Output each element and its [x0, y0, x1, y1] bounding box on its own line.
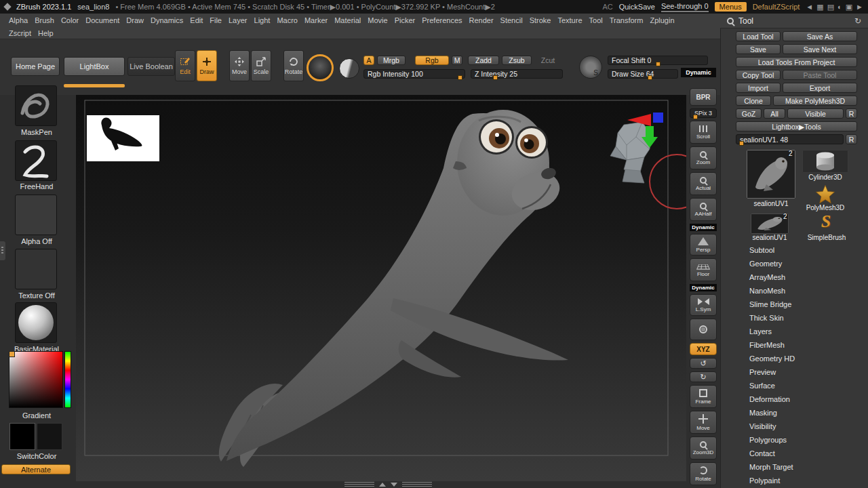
freehand-stroke-thumbnail[interactable] [15, 140, 57, 181]
load-tool-button[interactable]: Load Tool [736, 31, 781, 41]
make-polymesh3d-button[interactable]: Make PolyMesh3D [773, 96, 857, 106]
subpalette-header[interactable]: Geometry HD [721, 352, 868, 365]
subpalette-header[interactable]: Masking [721, 406, 868, 420]
scroll-grip[interactable] [344, 482, 374, 487]
brush-preview[interactable] [307, 54, 334, 81]
menu-item[interactable]: Movie [364, 16, 391, 24]
subpalette-header[interactable]: Polygroups [721, 433, 868, 447]
menu-item[interactable]: Stencil [497, 16, 526, 24]
menu-item[interactable]: Document [82, 16, 123, 24]
load-tools-from-project-button[interactable]: Load Tools From Project [736, 57, 857, 67]
edit-mode-button[interactable]: Edit [175, 50, 195, 81]
save-button[interactable]: Save [736, 44, 781, 54]
scroll-grip[interactable] [402, 482, 432, 487]
subpalette-header[interactable]: NanoMesh [721, 284, 868, 298]
xyz-button[interactable]: XYZ [690, 343, 717, 355]
subpalette-header[interactable]: FiberMesh [721, 338, 868, 352]
draw-mode-button[interactable]: Draw [197, 50, 217, 81]
menu-item[interactable]: Texture [554, 16, 585, 24]
move-view-button[interactable]: Move [690, 411, 717, 434]
menu-item[interactable]: Transform [606, 16, 647, 24]
save-next-button[interactable]: Save Next [783, 44, 857, 54]
active-tool-slider-handle[interactable] [739, 141, 744, 146]
focal-shift-handle[interactable] [656, 62, 660, 66]
subpalette-header[interactable]: Contact [721, 447, 868, 460]
active-tool-slider[interactable]: sealionUV1. 48 [736, 134, 844, 144]
menu-item[interactable]: Stroke [526, 16, 555, 24]
subpalette-header[interactable]: Polypaint [721, 474, 868, 487]
titlebar-icon[interactable]: ▦ [816, 3, 823, 11]
zsub-button[interactable]: Zsub [502, 56, 532, 65]
subpalette-header[interactable]: Layers [721, 325, 868, 338]
titlebar-icon[interactable]: ▤ [827, 3, 834, 11]
menu-item[interactable]: File [206, 16, 225, 24]
live-boolean-button[interactable]: Live Boolean [127, 57, 175, 76]
subpalette-header[interactable]: Thick Skin [721, 311, 868, 325]
tool-palette-header[interactable]: Tool ↻ [720, 14, 868, 28]
titlebar-icon[interactable]: ◄ [806, 3, 813, 11]
panel-divider-handle[interactable] [0, 241, 5, 260]
maskpen-brush-thumbnail[interactable] [15, 85, 57, 126]
main-color-swatch[interactable] [9, 423, 35, 450]
copy-tool-button[interactable]: Copy Tool [736, 70, 781, 80]
aahalf-button[interactable]: AAHalf [690, 198, 717, 221]
z-intensity-slider[interactable]: Z Intensity 25 [471, 69, 563, 79]
save-as-button[interactable]: Save As [783, 31, 857, 41]
goz-r-button[interactable]: R [846, 108, 857, 119]
import-button[interactable]: Import [736, 83, 781, 93]
default-zscript-button[interactable]: DefaultZScript [753, 3, 800, 11]
zadd-button[interactable]: Zadd [468, 56, 499, 65]
color-saturation-square[interactable] [9, 351, 63, 408]
a-button[interactable]: A [363, 56, 374, 65]
menu-item[interactable]: Material [331, 16, 364, 24]
menu-item[interactable]: Dynamics [147, 16, 186, 24]
menu-item[interactable]: Edit [186, 16, 206, 24]
secondary-color-swatch[interactable] [37, 423, 62, 450]
menu-item[interactable]: Marker [301, 16, 331, 24]
scroll-button[interactable]: Scroll [690, 121, 717, 144]
menu-item[interactable]: Light [251, 16, 274, 24]
menu-item[interactable]: Layer [225, 16, 251, 24]
subpalette-header[interactable]: Surface [721, 379, 868, 392]
menu-item[interactable]: Preferences [418, 16, 465, 24]
zoom3d-button[interactable]: Zoom3D [690, 436, 717, 460]
scroll-up-arrow[interactable] [379, 483, 386, 487]
z-intensity-handle[interactable] [493, 75, 498, 80]
move-mode-button[interactable]: Move [229, 50, 250, 81]
focal-ring-icon[interactable]: S [579, 56, 602, 79]
current-color-swatch[interactable] [9, 351, 15, 357]
menu-item[interactable]: Picker [391, 16, 419, 24]
alternate-button[interactable]: Alternate [1, 464, 71, 474]
menus-toggle[interactable]: Menus [715, 2, 747, 12]
rotate-mode-button[interactable]: Rotate [283, 50, 304, 81]
subpalette-header[interactable]: Slime Bridge [721, 298, 868, 311]
draw-size-handle[interactable] [648, 75, 652, 80]
titlebar-icon[interactable]: ◐ [837, 3, 842, 11]
zoom-button[interactable]: Zoom [690, 146, 717, 169]
lightbox-tools-button[interactable]: Lightbox▶Tools [736, 121, 857, 131]
rgb-intensity-handle[interactable] [458, 75, 462, 80]
stroke-preview-sphere[interactable] [339, 58, 359, 79]
subpalette-header[interactable]: Preview [721, 365, 868, 379]
scale-mode-button[interactable]: Scale [251, 50, 271, 81]
slider-r-button[interactable]: R [846, 134, 857, 144]
polymesh3d-thumbnail[interactable] [810, 184, 840, 204]
menu-item[interactable]: Tool [586, 16, 606, 24]
subpalette-header[interactable]: ArrayMesh [721, 270, 868, 284]
material-thumbnail[interactable] [15, 302, 57, 343]
focal-shift-slider[interactable]: Focal Shift 0 [608, 56, 708, 65]
frame-button[interactable]: Frame [690, 385, 717, 408]
subpalette-header[interactable]: Visibility [721, 420, 868, 433]
goz-all-button[interactable]: All [764, 108, 785, 119]
menu-item[interactable]: Macro [273, 16, 301, 24]
zcut-button[interactable]: Zcut [534, 56, 561, 65]
see-through-slider[interactable]: See-through 0 [661, 2, 709, 12]
canvas-scroll-controls[interactable] [337, 481, 439, 487]
alpha-thumbnail[interactable] [15, 195, 57, 235]
actual-button[interactable]: Actual [690, 172, 717, 195]
subpalette-header[interactable]: Geometry [721, 257, 868, 270]
spin-down-button[interactable]: ↻ [690, 371, 717, 382]
reload-icon[interactable]: ↻ [854, 16, 861, 26]
mrgb-button[interactable]: Mrgb [377, 56, 406, 65]
menu-item[interactable]: Zplugin [646, 16, 677, 24]
